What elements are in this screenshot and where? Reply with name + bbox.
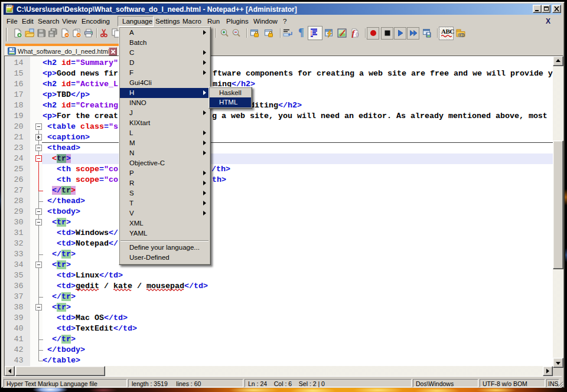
- svg-text:{): {): [356, 31, 359, 37]
